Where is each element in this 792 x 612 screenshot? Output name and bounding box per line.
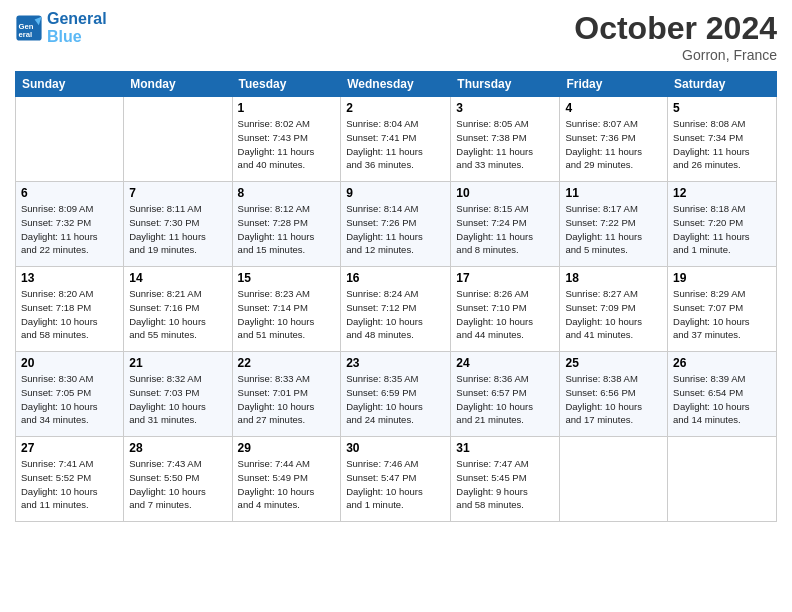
title-block: October 2024 Gorron, France: [574, 10, 777, 63]
day-number: 13: [21, 271, 118, 285]
calendar-cell: [668, 437, 777, 522]
col-header-friday: Friday: [560, 72, 668, 97]
col-header-sunday: Sunday: [16, 72, 124, 97]
day-info: Sunrise: 8:14 AM Sunset: 7:26 PM Dayligh…: [346, 202, 445, 257]
calendar-cell: [16, 97, 124, 182]
day-info: Sunrise: 7:41 AM Sunset: 5:52 PM Dayligh…: [21, 457, 118, 512]
day-info: Sunrise: 8:15 AM Sunset: 7:24 PM Dayligh…: [456, 202, 554, 257]
calendar-row-3: 13Sunrise: 8:20 AM Sunset: 7:18 PM Dayli…: [16, 267, 777, 352]
calendar-cell: 2Sunrise: 8:04 AM Sunset: 7:41 PM Daylig…: [341, 97, 451, 182]
day-info: Sunrise: 8:29 AM Sunset: 7:07 PM Dayligh…: [673, 287, 771, 342]
calendar-cell: 22Sunrise: 8:33 AM Sunset: 7:01 PM Dayli…: [232, 352, 341, 437]
day-number: 16: [346, 271, 445, 285]
day-info: Sunrise: 8:21 AM Sunset: 7:16 PM Dayligh…: [129, 287, 226, 342]
calendar-page: Gen eral General Blue October 2024 Gorro…: [0, 0, 792, 537]
day-info: Sunrise: 8:07 AM Sunset: 7:36 PM Dayligh…: [565, 117, 662, 172]
day-info: Sunrise: 8:23 AM Sunset: 7:14 PM Dayligh…: [238, 287, 336, 342]
day-info: Sunrise: 8:35 AM Sunset: 6:59 PM Dayligh…: [346, 372, 445, 427]
col-header-saturday: Saturday: [668, 72, 777, 97]
day-number: 28: [129, 441, 226, 455]
col-header-monday: Monday: [124, 72, 232, 97]
calendar-cell: 5Sunrise: 8:08 AM Sunset: 7:34 PM Daylig…: [668, 97, 777, 182]
day-info: Sunrise: 8:17 AM Sunset: 7:22 PM Dayligh…: [565, 202, 662, 257]
day-number: 22: [238, 356, 336, 370]
day-number: 2: [346, 101, 445, 115]
day-number: 27: [21, 441, 118, 455]
calendar-row-5: 27Sunrise: 7:41 AM Sunset: 5:52 PM Dayli…: [16, 437, 777, 522]
calendar-cell: 1Sunrise: 8:02 AM Sunset: 7:43 PM Daylig…: [232, 97, 341, 182]
day-info: Sunrise: 8:38 AM Sunset: 6:56 PM Dayligh…: [565, 372, 662, 427]
calendar-cell: 19Sunrise: 8:29 AM Sunset: 7:07 PM Dayli…: [668, 267, 777, 352]
day-number: 9: [346, 186, 445, 200]
calendar-cell: 27Sunrise: 7:41 AM Sunset: 5:52 PM Dayli…: [16, 437, 124, 522]
calendar-cell: 6Sunrise: 8:09 AM Sunset: 7:32 PM Daylig…: [16, 182, 124, 267]
logo-line2: Blue: [47, 28, 107, 46]
day-number: 7: [129, 186, 226, 200]
calendar-cell: 28Sunrise: 7:43 AM Sunset: 5:50 PM Dayli…: [124, 437, 232, 522]
calendar-cell: 11Sunrise: 8:17 AM Sunset: 7:22 PM Dayli…: [560, 182, 668, 267]
day-number: 15: [238, 271, 336, 285]
day-number: 1: [238, 101, 336, 115]
calendar-cell: 26Sunrise: 8:39 AM Sunset: 6:54 PM Dayli…: [668, 352, 777, 437]
calendar-cell: 8Sunrise: 8:12 AM Sunset: 7:28 PM Daylig…: [232, 182, 341, 267]
calendar-cell: 25Sunrise: 8:38 AM Sunset: 6:56 PM Dayli…: [560, 352, 668, 437]
header: Gen eral General Blue October 2024 Gorro…: [15, 10, 777, 63]
calendar-cell: 14Sunrise: 8:21 AM Sunset: 7:16 PM Dayli…: [124, 267, 232, 352]
day-number: 21: [129, 356, 226, 370]
calendar-cell: 21Sunrise: 8:32 AM Sunset: 7:03 PM Dayli…: [124, 352, 232, 437]
calendar-cell: 16Sunrise: 8:24 AM Sunset: 7:12 PM Dayli…: [341, 267, 451, 352]
day-number: 4: [565, 101, 662, 115]
day-number: 30: [346, 441, 445, 455]
day-info: Sunrise: 7:43 AM Sunset: 5:50 PM Dayligh…: [129, 457, 226, 512]
day-number: 3: [456, 101, 554, 115]
day-number: 10: [456, 186, 554, 200]
col-header-tuesday: Tuesday: [232, 72, 341, 97]
day-number: 29: [238, 441, 336, 455]
month-title: October 2024: [574, 10, 777, 47]
calendar-row-4: 20Sunrise: 8:30 AM Sunset: 7:05 PM Dayli…: [16, 352, 777, 437]
calendar-cell: 7Sunrise: 8:11 AM Sunset: 7:30 PM Daylig…: [124, 182, 232, 267]
day-info: Sunrise: 8:02 AM Sunset: 7:43 PM Dayligh…: [238, 117, 336, 172]
calendar-cell: 29Sunrise: 7:44 AM Sunset: 5:49 PM Dayli…: [232, 437, 341, 522]
header-row: SundayMondayTuesdayWednesdayThursdayFrid…: [16, 72, 777, 97]
day-number: 8: [238, 186, 336, 200]
day-number: 14: [129, 271, 226, 285]
calendar-cell: 12Sunrise: 8:18 AM Sunset: 7:20 PM Dayli…: [668, 182, 777, 267]
location: Gorron, France: [574, 47, 777, 63]
day-info: Sunrise: 8:20 AM Sunset: 7:18 PM Dayligh…: [21, 287, 118, 342]
calendar-cell: 30Sunrise: 7:46 AM Sunset: 5:47 PM Dayli…: [341, 437, 451, 522]
day-number: 20: [21, 356, 118, 370]
day-number: 12: [673, 186, 771, 200]
day-number: 6: [21, 186, 118, 200]
day-info: Sunrise: 8:24 AM Sunset: 7:12 PM Dayligh…: [346, 287, 445, 342]
day-info: Sunrise: 8:39 AM Sunset: 6:54 PM Dayligh…: [673, 372, 771, 427]
day-number: 19: [673, 271, 771, 285]
day-info: Sunrise: 8:08 AM Sunset: 7:34 PM Dayligh…: [673, 117, 771, 172]
day-number: 17: [456, 271, 554, 285]
calendar-cell: 15Sunrise: 8:23 AM Sunset: 7:14 PM Dayli…: [232, 267, 341, 352]
day-number: 26: [673, 356, 771, 370]
day-info: Sunrise: 8:05 AM Sunset: 7:38 PM Dayligh…: [456, 117, 554, 172]
day-info: Sunrise: 8:32 AM Sunset: 7:03 PM Dayligh…: [129, 372, 226, 427]
calendar-cell: 31Sunrise: 7:47 AM Sunset: 5:45 PM Dayli…: [451, 437, 560, 522]
calendar-cell: [124, 97, 232, 182]
calendar-cell: 20Sunrise: 8:30 AM Sunset: 7:05 PM Dayli…: [16, 352, 124, 437]
calendar-cell: 18Sunrise: 8:27 AM Sunset: 7:09 PM Dayli…: [560, 267, 668, 352]
calendar-cell: 17Sunrise: 8:26 AM Sunset: 7:10 PM Dayli…: [451, 267, 560, 352]
logo-text-block: General Blue: [47, 10, 107, 45]
day-info: Sunrise: 8:18 AM Sunset: 7:20 PM Dayligh…: [673, 202, 771, 257]
day-number: 11: [565, 186, 662, 200]
day-info: Sunrise: 7:44 AM Sunset: 5:49 PM Dayligh…: [238, 457, 336, 512]
calendar-cell: 10Sunrise: 8:15 AM Sunset: 7:24 PM Dayli…: [451, 182, 560, 267]
calendar-cell: 23Sunrise: 8:35 AM Sunset: 6:59 PM Dayli…: [341, 352, 451, 437]
logo-icon: Gen eral: [15, 14, 43, 42]
day-info: Sunrise: 8:26 AM Sunset: 7:10 PM Dayligh…: [456, 287, 554, 342]
day-number: 18: [565, 271, 662, 285]
col-header-wednesday: Wednesday: [341, 72, 451, 97]
day-info: Sunrise: 8:09 AM Sunset: 7:32 PM Dayligh…: [21, 202, 118, 257]
day-info: Sunrise: 8:27 AM Sunset: 7:09 PM Dayligh…: [565, 287, 662, 342]
day-info: Sunrise: 8:11 AM Sunset: 7:30 PM Dayligh…: [129, 202, 226, 257]
day-info: Sunrise: 8:04 AM Sunset: 7:41 PM Dayligh…: [346, 117, 445, 172]
day-number: 31: [456, 441, 554, 455]
day-info: Sunrise: 7:47 AM Sunset: 5:45 PM Dayligh…: [456, 457, 554, 512]
